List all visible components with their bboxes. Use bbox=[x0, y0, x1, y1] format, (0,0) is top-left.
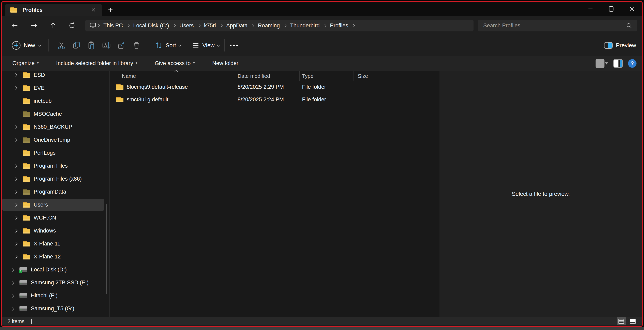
maximize-button[interactable] bbox=[606, 4, 616, 14]
chevron-expand-icon[interactable] bbox=[14, 255, 18, 258]
sidebar-item-esd[interactable]: ESD bbox=[2, 71, 110, 82]
sort-icon bbox=[155, 41, 163, 50]
breadcrumb-profiles[interactable]: Profiles bbox=[327, 22, 352, 29]
chevron-expand-icon[interactable] bbox=[10, 307, 14, 310]
chevron-expand-icon[interactable] bbox=[14, 242, 18, 246]
rename-button[interactable] bbox=[99, 38, 114, 52]
file-explorer-window: Profiles bbox=[2, 2, 642, 326]
chevron-expand-icon[interactable] bbox=[14, 138, 18, 142]
help-button[interactable]: ? bbox=[628, 59, 636, 68]
sidebar-item-program-files-x86[interactable]: Program Files (x86) bbox=[2, 172, 110, 185]
sidebar-item-n360-backup[interactable]: N360_BACKUP bbox=[2, 120, 110, 134]
sidebar-item-program-files[interactable]: Program Files bbox=[2, 159, 110, 172]
new-button[interactable]: New bbox=[9, 39, 43, 52]
trash-icon bbox=[132, 41, 141, 50]
chevron-expand-icon[interactable] bbox=[14, 229, 18, 232]
chevron-expand-icon[interactable] bbox=[14, 164, 18, 168]
drive-icon bbox=[20, 293, 27, 298]
view-button[interactable]: View bbox=[192, 42, 219, 49]
view-label: View bbox=[202, 42, 214, 49]
explorer-tab[interactable]: Profiles bbox=[5, 4, 102, 16]
sidebar-item-users[interactable]: Users bbox=[2, 198, 110, 211]
cut-icon bbox=[57, 41, 66, 50]
sidebar-item-perflogs[interactable]: PerfLogs bbox=[2, 146, 110, 159]
close-button[interactable] bbox=[627, 4, 636, 14]
breadcrumb-local-disk-c[interactable]: Local Disk (C:) bbox=[130, 22, 172, 29]
chevron-expand-icon[interactable] bbox=[10, 281, 14, 284]
folder-hidden-icon bbox=[23, 137, 30, 143]
refresh-icon[interactable] bbox=[66, 20, 78, 31]
column-header-type[interactable]: Type bbox=[300, 71, 354, 81]
sort-button[interactable]: Sort bbox=[155, 41, 180, 50]
drive-shared-icon bbox=[20, 267, 27, 272]
back-icon[interactable] bbox=[9, 20, 20, 31]
organize-label: Organize bbox=[12, 60, 35, 66]
breadcrumb-users[interactable]: Users bbox=[176, 22, 197, 29]
chevron-expand-icon[interactable] bbox=[14, 86, 18, 90]
preview-toggle[interactable]: Preview bbox=[604, 42, 636, 49]
new-folder-label: New folder bbox=[212, 60, 238, 66]
new-folder-button[interactable]: New folder bbox=[212, 60, 238, 66]
chevron-down-icon bbox=[178, 44, 181, 46]
chevron-expand-icon[interactable] bbox=[14, 190, 18, 194]
search-icon[interactable] bbox=[626, 22, 632, 28]
chevron-expand-icon[interactable] bbox=[10, 268, 14, 272]
organize-button[interactable]: Organize ▾ bbox=[12, 60, 39, 66]
copy-button[interactable] bbox=[69, 38, 84, 52]
sidebar-item-eve[interactable]: EVE bbox=[2, 82, 110, 94]
folder-icon bbox=[23, 228, 30, 234]
breadcrumb-thunderbird[interactable]: Thunderbird bbox=[287, 22, 323, 29]
sidebar-item-onedrivetemp[interactable]: OneDriveTemp bbox=[2, 134, 110, 146]
file-row-smct3u1g[interactable]: smct3u1g.default 8/20/2025 2:24 PM File … bbox=[110, 93, 440, 106]
new-tab-button[interactable] bbox=[106, 5, 115, 14]
sidebar-item-x-plane-11[interactable]: X-Plane 11 bbox=[2, 237, 110, 250]
sidebar-item-local-disk-d[interactable]: Local Disk (D:) bbox=[2, 263, 110, 276]
breadcrumb-roaming[interactable]: Roaming bbox=[254, 22, 283, 29]
details-view-button[interactable] bbox=[617, 317, 626, 325]
cut-button[interactable] bbox=[54, 38, 69, 52]
share-button[interactable] bbox=[114, 38, 129, 52]
chevron-right-icon bbox=[220, 24, 223, 27]
include-in-library-button[interactable]: Include selected folder in library ▾ bbox=[56, 60, 137, 66]
file-row-8locmqs9[interactable]: 8locmqs9.default-release 8/20/2025 2:29 … bbox=[110, 81, 440, 93]
sidebar-item-wch-cn[interactable]: WCH.CN bbox=[2, 211, 110, 224]
sidebar-item-samsung-2tb-ssd-e[interactable]: Samsung 2TB SSD (E:) bbox=[2, 276, 110, 289]
search-input[interactable]: Search Profiles bbox=[478, 20, 637, 32]
paste-button[interactable] bbox=[84, 38, 99, 52]
column-header-name[interactable]: Name bbox=[110, 71, 234, 81]
sidebar-item-samsung-t5-g[interactable]: Samsung_T5 (G:) bbox=[2, 302, 110, 315]
sidebar-item-x-plane-12[interactable]: X-Plane 12 bbox=[2, 250, 110, 263]
breadcrumb-this-pc[interactable]: This PC bbox=[100, 22, 126, 29]
chevron-expand-icon[interactable] bbox=[14, 125, 18, 129]
folder-icon bbox=[23, 163, 30, 169]
sidebar-item-programdata[interactable]: ProgramData bbox=[2, 185, 110, 198]
chevron-expand-icon[interactable] bbox=[14, 216, 18, 220]
chevron-expand-icon[interactable] bbox=[10, 294, 14, 297]
up-icon[interactable] bbox=[47, 20, 58, 31]
breadcrumb-k75ri[interactable]: k75ri bbox=[201, 22, 219, 29]
dropdown-arrow-icon: ▾ bbox=[37, 61, 39, 65]
column-header-date-modified[interactable]: Date modified bbox=[234, 71, 300, 81]
chevron-expand-icon[interactable] bbox=[14, 203, 18, 206]
sidebar-item-msocache[interactable]: MSOCache bbox=[2, 108, 110, 120]
sidebar-scrollbar[interactable] bbox=[106, 204, 107, 294]
thumbnails-view-button[interactable] bbox=[628, 317, 637, 325]
column-header-size[interactable]: Size bbox=[354, 71, 391, 81]
breadcrumb-appdata[interactable]: AppData bbox=[223, 22, 251, 29]
dropdown-arrow-icon: ▾ bbox=[193, 61, 195, 65]
more-options-icon[interactable] bbox=[230, 44, 232, 46]
change-view-button[interactable] bbox=[596, 59, 608, 68]
folder-icon bbox=[23, 254, 30, 260]
dropdown-arrow-icon: ▾ bbox=[136, 61, 138, 65]
tab-close-icon[interactable] bbox=[90, 6, 98, 14]
delete-button[interactable] bbox=[129, 38, 144, 52]
sidebar-item-inetpub[interactable]: inetpub bbox=[2, 94, 110, 108]
minimize-button[interactable] bbox=[586, 4, 595, 14]
give-access-button[interactable]: Give access to ▾ bbox=[155, 60, 195, 66]
chevron-expand-icon[interactable] bbox=[14, 177, 18, 180]
chevron-expand-icon[interactable] bbox=[14, 73, 18, 77]
sidebar-item-hitachi-f[interactable]: Hitachi (F:) bbox=[2, 289, 110, 302]
forward-icon[interactable] bbox=[28, 20, 40, 31]
sidebar-item-windows[interactable]: Windows bbox=[2, 224, 110, 237]
preview-pane-toggle[interactable] bbox=[614, 59, 623, 68]
